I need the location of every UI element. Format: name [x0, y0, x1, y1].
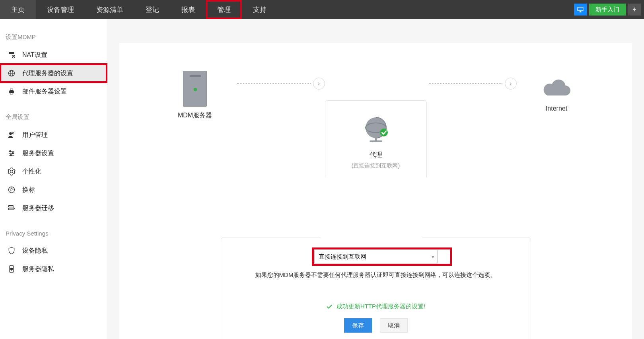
connection-type-select[interactable]: 直接连接到互联网	[314, 250, 438, 263]
sidebar-item-label: 服务器设置	[22, 149, 54, 158]
nav-spacer	[278, 0, 574, 19]
gear-icon	[7, 167, 16, 176]
save-button[interactable]: 保存	[344, 318, 372, 333]
screen-icon	[577, 6, 584, 13]
nav-support[interactable]: 支持	[242, 0, 278, 19]
proxy-stack: 代理 (直接连接到互联网)	[325, 100, 427, 177]
svg-rect-30	[375, 137, 377, 140]
dotted-line-left	[237, 83, 311, 84]
svg-point-23	[12, 189, 14, 190]
nav-devices[interactable]: 设备管理	[36, 0, 85, 19]
success-message: 成功更新HTTP代理服务器的设置!	[326, 303, 425, 310]
sidebar-item-label: 设备隐私	[22, 247, 48, 255]
server-label: MDM服务器	[178, 111, 212, 120]
sidebar-item-label: 换标	[22, 186, 35, 194]
user-icon	[7, 131, 16, 139]
sidebar-item-proxy[interactable]: 代理服务器的设置	[0, 64, 107, 82]
sidebar-item-migration[interactable]: 服务器迁移	[0, 199, 107, 217]
internet-label: Internet	[546, 105, 567, 112]
svg-rect-11	[10, 93, 13, 94]
main-content: MDM服务器 › › Internet	[107, 19, 644, 339]
dotted-line-right	[429, 83, 503, 84]
check-icon	[326, 304, 333, 310]
sidebar-item-users[interactable]: 用户管理	[0, 126, 107, 144]
sliders-icon	[7, 149, 16, 158]
svg-point-17	[10, 150, 11, 152]
top-nav-right: 新手入门	[574, 0, 644, 19]
svg-point-22	[11, 188, 12, 189]
lightning-icon	[632, 6, 637, 13]
svg-rect-3	[9, 52, 14, 54]
svg-point-18	[12, 152, 14, 154]
svg-rect-0	[578, 7, 583, 11]
svg-point-5	[13, 56, 14, 57]
sidebar-item-personalize[interactable]: 个性化	[0, 162, 107, 181]
printer-icon	[7, 87, 16, 96]
svg-rect-10	[10, 89, 13, 90]
svg-point-19	[10, 154, 12, 156]
select-wrap: 直接连接到互联网 ▾	[314, 250, 438, 263]
nav-home[interactable]: 主页	[0, 0, 36, 19]
helper-text: 如果您的MDM服务器不需要任何代理服务器认证即可直接连接到网络，可以连接这个选项…	[255, 271, 496, 279]
sidebar-item-server-settings[interactable]: 服务器设置	[0, 144, 107, 162]
proxy-label: 代理	[370, 151, 382, 159]
svg-rect-25	[9, 205, 14, 207]
svg-point-12	[9, 132, 12, 135]
server-move-icon	[7, 204, 16, 212]
arrow-right-icon: ›	[505, 78, 517, 90]
sidebar: 设置MDMP NAT设置 代理服务器的设置 邮件服务器设置 全局设置 用户管理 …	[0, 19, 107, 339]
palette-icon	[7, 185, 16, 194]
sidebar-item-label: 代理服务器的设置	[22, 69, 73, 78]
action-buttons: 保存 取消	[344, 318, 408, 333]
svg-rect-26	[9, 208, 14, 210]
arrow-right-icon: ›	[313, 78, 325, 90]
svg-point-13	[12, 132, 14, 134]
svg-point-24	[10, 190, 11, 191]
nav-admin[interactable]: 管理	[206, 0, 242, 19]
success-text: 成功更新HTTP代理服务器的设置!	[337, 303, 425, 310]
proxy-sublabel: (直接连接到互联网)	[352, 162, 400, 170]
sidebar-item-server-privacy[interactable]: 服务器隐私	[0, 260, 107, 278]
screen-share-icon-button[interactable]	[574, 4, 587, 16]
shield-icon	[7, 246, 16, 255]
sidebar-item-label: 服务器迁移	[22, 204, 54, 212]
cloud-icon	[541, 79, 572, 100]
sidebar-item-rebrand[interactable]: 换标	[0, 181, 107, 199]
sidebar-section-privacy: Privacy Settings	[0, 227, 107, 242]
top-nav-left: 主页 设备管理 资源清单 登记 报表 管理 支持	[0, 0, 278, 19]
sidebar-item-label: 邮件服务器设置	[22, 88, 67, 96]
sidebar-section-mdmp: 设置MDMP	[0, 30, 107, 46]
device-shield-icon	[7, 265, 16, 273]
sidebar-item-label: 服务器隐私	[22, 265, 54, 273]
proxy-globe-icon	[360, 114, 392, 146]
svg-point-32	[380, 129, 388, 136]
server-cog-icon	[7, 51, 16, 59]
server-icon	[183, 71, 207, 107]
sidebar-item-label: 个性化	[22, 168, 41, 176]
page-body: 设置MDMP NAT设置 代理服务器的设置 邮件服务器设置 全局设置 用户管理 …	[0, 19, 644, 339]
globe-icon	[7, 69, 16, 78]
config-panel: 直接连接到互联网 ▾ 如果您的MDM服务器不需要任何代理服务器认证即可直接连接到…	[221, 238, 531, 339]
svg-rect-31	[370, 140, 382, 142]
top-nav: 主页 设备管理 资源清单 登记 报表 管理 支持 新手入门	[0, 0, 644, 19]
diagram-node-server: MDM服务器	[155, 71, 235, 120]
lightning-icon-button[interactable]	[628, 4, 641, 16]
svg-point-21	[10, 189, 11, 190]
diagram-card: MDM服务器 › › Internet	[119, 43, 632, 339]
sidebar-item-mail[interactable]: 邮件服务器设置	[0, 82, 107, 101]
sidebar-item-nat[interactable]: NAT设置	[0, 46, 107, 64]
nav-reports[interactable]: 报表	[170, 0, 206, 19]
nav-enroll[interactable]: 登记	[134, 0, 170, 19]
proxy-tab: 代理 (直接连接到互联网)	[325, 100, 427, 177]
sidebar-section-global: 全局设置	[0, 110, 107, 126]
cancel-button[interactable]: 取消	[380, 318, 408, 333]
nav-inventory[interactable]: 资源清单	[85, 0, 134, 19]
sidebar-item-label: NAT设置	[22, 51, 47, 59]
sidebar-item-device-privacy[interactable]: 设备隐私	[0, 242, 107, 260]
diagram-node-internet: Internet	[517, 79, 596, 112]
jumpstart-button[interactable]: 新手入门	[589, 4, 626, 16]
sidebar-item-label: 用户管理	[22, 131, 48, 139]
